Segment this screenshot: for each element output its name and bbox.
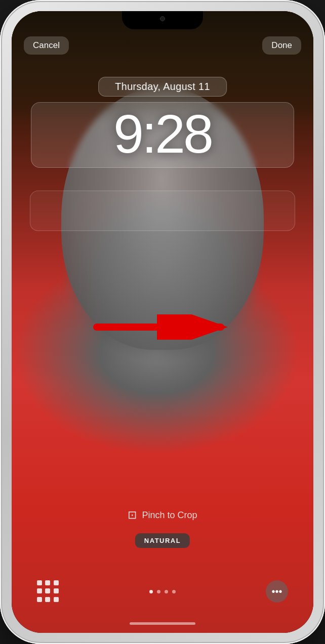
natural-label: NATURAL [144, 537, 181, 544]
grid-dot-2 [45, 580, 50, 585]
page-dot-4[interactable] [172, 590, 176, 593]
home-indicator[interactable] [130, 622, 195, 625]
grid-view-button[interactable] [37, 580, 59, 603]
crop-icon: ⊡ [128, 509, 137, 522]
page-dot-2[interactable] [157, 590, 160, 593]
cancel-button[interactable]: Cancel [24, 36, 69, 55]
pinch-to-crop-text: Pinch to Crop [142, 510, 197, 521]
done-button[interactable]: Done [262, 36, 301, 55]
pinch-to-crop-hint: ⊡ Pinch to Crop [128, 509, 197, 522]
notch [122, 11, 203, 29]
date-text: Thursday, August 11 [115, 81, 210, 92]
grid-dot-7 [37, 597, 42, 602]
bottom-toolbar: ••• [12, 580, 313, 603]
date-pill[interactable]: Thursday, August 11 [98, 77, 227, 97]
natural-badge[interactable]: NATURAL [135, 533, 190, 548]
grid-dot-8 [45, 597, 50, 602]
time-text: 9:28 [113, 103, 212, 164]
grid-dot-4 [37, 588, 42, 593]
lock-screen: Cancel Done Thursday, August 11 9:28 [12, 11, 313, 633]
top-action-bar: Cancel Done [12, 36, 313, 55]
page-dot-1[interactable] [149, 590, 153, 593]
page-dots [149, 590, 176, 593]
page-dot-3[interactable] [165, 590, 168, 593]
phone-screen: Cancel Done Thursday, August 11 9:28 [12, 11, 313, 633]
swipe-arrow-container [92, 314, 233, 340]
ellipsis-icon: ••• [271, 586, 282, 597]
right-arrow-icon [92, 314, 233, 340]
phone-frame: Cancel Done Thursday, August 11 9:28 [0, 0, 325, 644]
grid-dot-3 [54, 580, 59, 585]
grid-dot-5 [45, 588, 50, 593]
grid-dot-9 [54, 597, 59, 602]
time-box[interactable]: 9:28 [31, 102, 294, 168]
more-options-button[interactable]: ••• [266, 580, 288, 603]
date-container[interactable]: Thursday, August 11 [98, 77, 227, 97]
grid-dot-6 [54, 588, 59, 593]
grid-dot-1 [37, 580, 42, 585]
time-container[interactable]: 9:28 [31, 102, 294, 168]
camera-dot [160, 16, 165, 21]
notification-area [30, 191, 295, 231]
